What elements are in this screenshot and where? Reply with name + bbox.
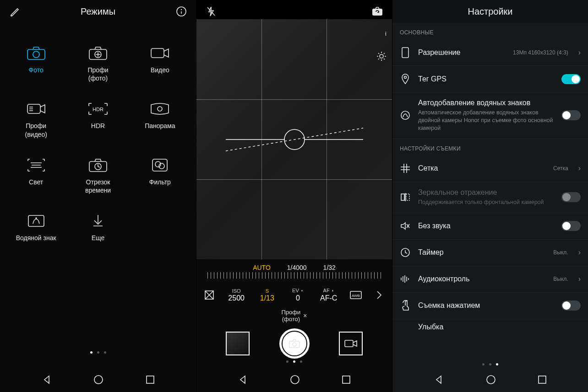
svg-point-34 xyxy=(404,76,407,78)
recents-icon[interactable] xyxy=(145,375,155,387)
video-pro-icon xyxy=(26,101,46,117)
af-value: AF-C xyxy=(320,294,337,302)
modes-title: Режимы xyxy=(81,6,115,17)
back-icon[interactable] xyxy=(433,374,444,387)
close-icon[interactable]: × xyxy=(303,312,307,319)
svg-point-3 xyxy=(33,51,39,58)
af-label: AF ⋆ xyxy=(323,288,334,294)
iso-value: 2500 xyxy=(228,294,245,302)
home-icon[interactable] xyxy=(93,374,104,387)
shutter-control[interactable]: S 1/13 xyxy=(257,288,277,302)
row-grid[interactable]: Сетка Сетка › xyxy=(392,156,588,182)
svg-rect-40 xyxy=(539,376,546,383)
row-timer[interactable]: Таймер Выкл. › xyxy=(392,240,588,266)
home-icon[interactable] xyxy=(289,374,300,387)
mode-filter[interactable]: Фильтр xyxy=(131,157,190,194)
mode-pro-photo[interactable]: Профи (фото) xyxy=(68,45,127,82)
touch-toggle[interactable] xyxy=(561,301,581,311)
shutter-value: 1/13 xyxy=(260,294,274,302)
shutter-label: S xyxy=(266,288,269,294)
watermark-sub: Автоматическое добавление водяных знаков… xyxy=(418,109,554,132)
row-watermark[interactable]: Автодобавление водяных знаков Автоматиче… xyxy=(392,92,588,139)
grid-value: Сетка xyxy=(553,165,568,172)
svg-point-20 xyxy=(380,54,383,58)
mode-timelapse[interactable]: Отрезок времени xyxy=(68,157,127,194)
audio-icon xyxy=(400,275,411,283)
metering-icon[interactable] xyxy=(203,289,216,301)
edit-icon[interactable] xyxy=(8,5,21,18)
mode-label: Фото xyxy=(29,66,44,74)
svg-point-17 xyxy=(94,376,103,384)
mode-pro-video[interactable]: Профи (видео) xyxy=(6,101,65,138)
ev-control[interactable]: EV ⋆ 0 xyxy=(288,288,308,302)
switch-camera-icon[interactable] xyxy=(371,5,384,18)
svg-point-16 xyxy=(36,218,37,219)
dot xyxy=(104,351,106,354)
mode-label: HDR xyxy=(91,122,105,130)
section-basic: ОСНОВНЫЕ xyxy=(392,23,588,39)
af-control[interactable]: AF ⋆ AF-C xyxy=(319,288,339,302)
svg-rect-37 xyxy=(406,194,409,200)
android-navbar xyxy=(0,369,196,392)
svg-text:HDR: HDR xyxy=(93,107,103,112)
recents-icon[interactable] xyxy=(537,375,547,387)
light-icon xyxy=(26,157,46,173)
grid-line xyxy=(196,99,392,100)
mode-more[interactable]: Еще xyxy=(68,213,127,242)
chevron-right-icon: › xyxy=(578,48,581,57)
gps-toggle[interactable] xyxy=(561,74,581,84)
row-mute[interactable]: Без звука xyxy=(392,213,588,240)
dot xyxy=(286,360,289,363)
mode-panorama[interactable]: Панорама xyxy=(131,101,190,138)
gallery-thumbnail[interactable] xyxy=(226,332,250,355)
settings-title: Настройки xyxy=(468,6,512,17)
grid-icon xyxy=(400,164,411,173)
current-mode-pill: Профи (фото) × xyxy=(196,309,392,322)
chevron-right-icon[interactable] xyxy=(373,289,386,301)
watermark-toggle[interactable] xyxy=(561,110,581,120)
home-icon[interactable] xyxy=(485,374,496,387)
row-audio[interactable]: Аудиоконтроль Выкл. › xyxy=(392,266,588,293)
row-smile[interactable]: Улыбка xyxy=(392,319,588,333)
mode-photo[interactable]: Фото xyxy=(6,45,65,82)
shutter-button[interactable] xyxy=(279,328,310,359)
mute-toggle[interactable] xyxy=(561,221,581,231)
recents-icon[interactable] xyxy=(341,375,351,387)
mode-video[interactable]: Видео xyxy=(131,45,190,82)
mode-watermark[interactable]: Водяной знак xyxy=(6,213,65,242)
timer-icon xyxy=(400,247,411,258)
mode-light[interactable]: Свет xyxy=(6,157,65,194)
back-icon[interactable] xyxy=(41,374,52,387)
iso-label: ISO xyxy=(232,288,241,294)
shutter-readout: 1/4000 xyxy=(287,264,307,271)
section-shooting: НАСТРОЙКИ СЪЕМКИ xyxy=(392,139,588,156)
pager-dots xyxy=(196,360,392,363)
svg-rect-15 xyxy=(28,215,44,226)
exposure-ruler[interactable] xyxy=(207,272,381,279)
flash-off-icon[interactable] xyxy=(205,5,218,18)
mode-label: Профи (видео) xyxy=(25,122,47,138)
mode-label: Панорама xyxy=(145,122,175,130)
awb-icon[interactable]: AWB xyxy=(349,289,362,301)
svg-rect-6 xyxy=(151,48,164,58)
row-gps[interactable]: Тег GPS xyxy=(392,66,588,92)
mirror-sub: Поддерживается только фронтальной камеро… xyxy=(418,199,554,206)
brightness-icon[interactable] xyxy=(376,51,387,63)
row-resolution[interactable]: Разрешение 13Мп 4160x3120 (4:3) › xyxy=(392,39,588,66)
svg-rect-32 xyxy=(343,376,350,383)
watermark-icon xyxy=(26,213,46,229)
info-icon[interactable] xyxy=(175,5,188,18)
back-icon[interactable] xyxy=(237,374,248,387)
svg-point-39 xyxy=(487,376,495,384)
video-switch-button[interactable] xyxy=(339,332,363,355)
modes-panel: Режимы Фото Профи (фото) Видео Профи (ви… xyxy=(0,0,196,392)
row-touch[interactable]: Съемка нажатием xyxy=(392,293,588,319)
mode-hdr[interactable]: HDR HDR xyxy=(68,101,127,138)
dot xyxy=(489,363,491,365)
pro-controls: ISO 2500 S 1/13 EV ⋆ 0 AF ⋆ AF-C AWB xyxy=(196,282,392,308)
camera-pro-icon xyxy=(88,45,108,61)
iso-control[interactable]: ISO 2500 xyxy=(226,288,246,302)
svg-text:AWB: AWB xyxy=(352,294,360,298)
svg-rect-28 xyxy=(289,341,299,348)
viewfinder[interactable]: i xyxy=(196,19,392,259)
